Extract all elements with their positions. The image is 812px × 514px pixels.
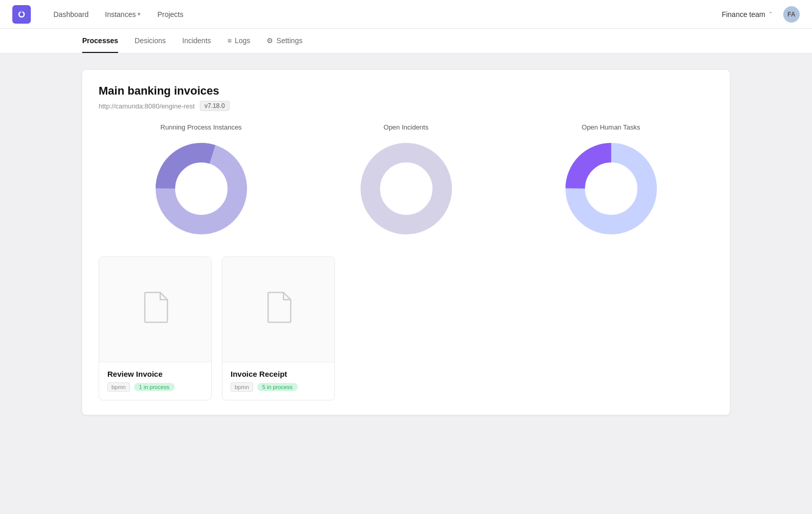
sub-nav: Processes Desicions Incidents ≡ Logs ⚙ S…: [0, 29, 812, 53]
chart-open-human-tasks: Open Human Tasks: [560, 123, 663, 240]
logs-icon: ≡: [228, 36, 232, 45]
process-card-tags-receipt: bpmn 5 in process: [231, 382, 326, 392]
instances-chevron-icon: ▾: [138, 11, 141, 17]
charts-row: Running Process Instances Open Incidents: [99, 123, 713, 240]
tab-logs[interactable]: ≡ Logs: [228, 29, 251, 53]
file-icon-review: [142, 291, 168, 327]
team-selector[interactable]: Finance team ⌃: [717, 8, 777, 21]
team-chevron-icon: ⌃: [768, 11, 773, 17]
version-badge: v7.18.0: [200, 101, 229, 111]
process-card-diagram-receipt: [222, 257, 334, 362]
file-icon-receipt: [265, 291, 292, 327]
card-url-row: http://camunda:8080/engine-rest v7.18.0: [99, 101, 713, 111]
tab-processes[interactable]: Processes: [82, 29, 118, 53]
donut-incidents: [355, 137, 458, 240]
tab-settings[interactable]: ⚙ Settings: [267, 29, 303, 53]
donut-running: [150, 137, 253, 240]
settings-icon: ⚙: [267, 36, 273, 45]
chart-label-tasks: Open Human Tasks: [582, 123, 640, 131]
process-card-invoice-receipt[interactable]: Invoice Receipt bpmn 5 in process: [222, 256, 335, 400]
nav-links: Dashboard Instances ▾ Projects: [47, 7, 701, 22]
tab-decisions[interactable]: Desicions: [135, 29, 166, 53]
main-card: Main banking invoices http://camunda:808…: [82, 70, 730, 415]
process-card-name-receipt: Invoice Receipt: [231, 370, 326, 378]
process-card-diagram-review: [99, 257, 211, 362]
process-card-review-invoice[interactable]: Review Invoice bpmn 1 in process: [99, 256, 212, 400]
top-nav: Dashboard Instances ▾ Projects Finance t…: [0, 0, 812, 29]
tag-bpmn-receipt: bpmn: [231, 382, 253, 392]
process-card-info-review: Review Invoice bpmn 1 in process: [99, 362, 211, 400]
nav-instances[interactable]: Instances ▾: [99, 7, 147, 22]
tag-bpmn-review: bpmn: [107, 382, 130, 392]
chart-running-process-instances: Running Process Instances: [150, 123, 253, 240]
chart-label-incidents: Open Incidents: [384, 123, 428, 131]
svg-point-10: [586, 163, 637, 214]
card-title: Main banking invoices: [99, 84, 713, 98]
process-cards-row: Review Invoice bpmn 1 in process: [99, 256, 713, 400]
tab-incidents[interactable]: Incidents: [182, 29, 211, 53]
process-card-name-review: Review Invoice: [107, 370, 203, 378]
card-url: http://camunda:8080/engine-rest: [99, 102, 195, 110]
nav-right: Finance team ⌃ FA: [717, 6, 800, 23]
process-card-tags-review: bpmn 1 in process: [107, 382, 203, 392]
main-content: Main banking invoices http://camunda:808…: [0, 53, 812, 431]
process-card-info-receipt: Invoice Receipt bpmn 5 in process: [222, 362, 334, 400]
nav-dashboard[interactable]: Dashboard: [47, 7, 95, 22]
avatar[interactable]: FA: [783, 6, 800, 23]
svg-rect-2: [21, 10, 23, 12]
donut-tasks: [560, 137, 663, 240]
nav-projects[interactable]: Projects: [151, 7, 190, 22]
svg-point-7: [381, 163, 432, 214]
chart-label-running: Running Process Instances: [160, 123, 241, 131]
badge-review: 1 in process: [134, 383, 175, 391]
chart-open-incidents: Open Incidents: [355, 123, 458, 240]
badge-receipt: 5 in process: [257, 383, 298, 391]
logo[interactable]: [12, 5, 31, 24]
svg-point-5: [176, 163, 227, 214]
